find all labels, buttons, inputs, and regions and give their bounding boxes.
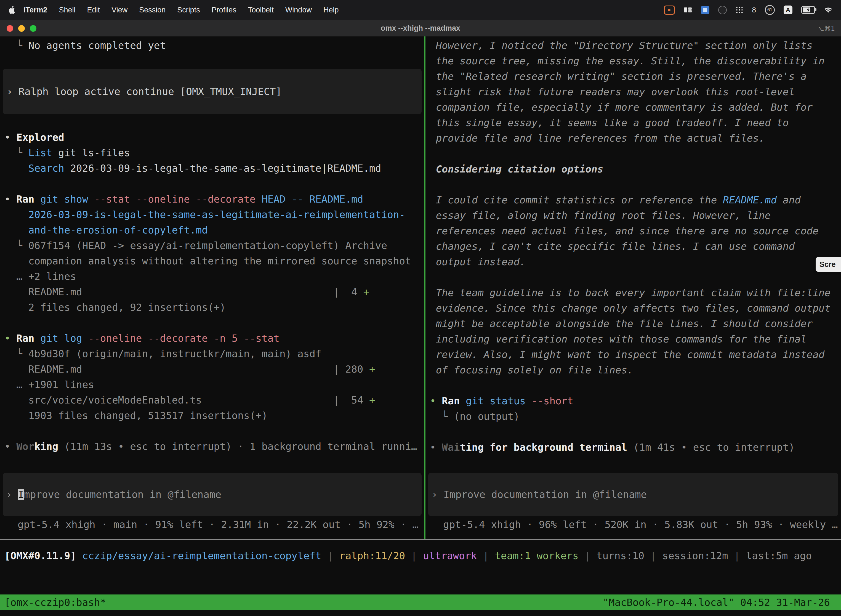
left-pane-content: └ No agents completed yet › Ralph loop a… [0,37,424,454]
terminal-line: 1903 files changed, 513517 insertions(+) [0,408,424,423]
terminal-line: might be acceptable alongside the file l… [425,316,841,331]
terminal-line [0,315,424,331]
terminal-line [425,270,841,285]
inject-banner: › Ralph loop active continue [OMX_TMUX_I… [3,69,422,114]
menu-item-help[interactable]: Help [318,6,344,14]
terminal-line: of focusing solely on file lines. [425,362,841,378]
right-lines-main: However, I noticed the "Directory Struct… [425,38,841,455]
prompt-input-right[interactable]: › Improve documentation in @filename [428,473,838,516]
terminal-line: src/voice/voiceModeEnabled.ts | 54 + [0,392,424,408]
menu-item-toolbelt[interactable]: Toolbelt [242,6,280,14]
terminal-line: README.md | 4 + [0,284,424,300]
terminal-line: • Explored [0,130,424,145]
menu-item-window[interactable]: Window [280,6,318,14]
prompt-input-left[interactable]: › Improve documentation in @filename [3,473,422,516]
terminal-line: output instead. [425,254,841,270]
window-title: omx --xhigh --madmax [0,20,841,37]
terminal-line [425,177,841,192]
gauge-value: 61 [767,7,772,12]
right-pane-content: However, I noticed the "Directory Struct… [425,37,841,455]
inject-banner-line: › Ralph loop active continue [OMX_TMUX_I… [7,84,282,99]
terminal-line: • Waiting for background terminal (1m 41… [425,440,841,455]
terminal-line: I could cite commit statistics or refere… [425,192,841,208]
wifi-icon[interactable] [824,6,833,13]
terminal-line: Considering citation options [425,161,841,177]
terminal-line [425,378,841,393]
terminal-line [425,424,841,440]
apple-menu-icon[interactable] [8,6,15,14]
prompt-input-left-line: › Improve documentation in @filename [6,487,221,502]
menu-item-view[interactable]: View [105,6,133,14]
left-lines-top: └ No agents completed yet [0,38,424,69]
terminal-line: review. Also, I might want to inspect th… [425,347,841,362]
menu-item-edit[interactable]: Edit [81,6,106,14]
terminal-line: including verification notes with those … [425,331,841,347]
terminal-line: └ 4b9d30f (origin/main, instructkr/main,… [0,346,424,362]
screen-share-button[interactable]: Scre [816,257,841,272]
terminal-area: └ No agents completed yet › Ralph loop a… [0,37,841,616]
tmux-window-label[interactable]: [omx-cczip0:bash* [4,597,106,608]
terminal-line: › Improve documentation in @filename [6,487,221,502]
terminal-line: essay file, along with finding root file… [425,208,841,223]
terminal-line: └ No agents completed yet [0,38,424,53]
window-title-bar[interactable]: omx --xhigh --madmax ⌥⌘1 [0,20,841,37]
left-pane-status: gpt-5.4 xhigh · main · 91% left · 2.31M … [18,517,424,532]
terminal-line: └ List git ls-files [0,145,424,161]
terminal-line: README.md | 280 + [0,362,424,377]
terminal-line: … +1901 lines [0,377,424,392]
terminal-line: • Ran git show --stat --oneline --decora… [0,192,424,207]
terminal-line: └ 067f154 (HEAD -> essay/ai-reimplementa… [0,238,424,253]
dots-grid-icon[interactable] [736,6,743,14]
terminal-line: the source tree, missing the essay. Stil… [425,53,841,69]
app-icon-dark[interactable] [718,6,727,14]
menu-item-session[interactable]: Session [133,6,171,14]
right-pane-status: gpt-5.4 xhigh · 96% left · 520K in · 5.8… [443,517,841,532]
window-shortcut: ⌥⌘1 [816,20,835,37]
terminal-line: › Ralph loop active continue [OMX_TMUX_I… [7,84,282,99]
prompt-input-right-line: › Improve documentation in @filename [432,487,647,502]
menu-bar: iTerm2 Shell Edit View Session Scripts P… [0,0,841,20]
terminal-line: • Ran git log --oneline --decorate -n 5 … [0,331,424,346]
left-lines-main: • Explored └ List git ls-files Search 20… [0,114,424,454]
terminal-line: └ (no output) [425,409,841,424]
terminal-line: companion analysis without altering the … [0,253,424,269]
menu-item-iterm2[interactable]: iTerm2 [18,6,53,14]
terminal-line: › Improve documentation in @filename [432,487,647,502]
battery-icon[interactable] [801,6,815,14]
terminal-line [0,176,424,192]
terminal-line: 2026-03-09-is-legal-the-same-as-legitima… [0,207,424,223]
terminal-line: provide file and line references from th… [425,131,841,146]
screen-recording-icon[interactable] [664,6,675,15]
gauge-icon[interactable]: 61 [765,5,775,15]
terminal-line: gpt-5.4 xhigh · 96% left · 520K in · 5.8… [443,517,841,532]
terminal-line: The team guideline is to back every impo… [425,285,841,301]
menu-bar-status-icons: 8 61 A [664,5,833,15]
terminal-line [0,114,424,130]
right-terminal-pane: However, I noticed the "Directory Struct… [425,37,841,539]
terminal-line: evidence. Since this change only affects… [425,301,841,316]
menu-item-shell[interactable]: Shell [53,6,81,14]
terminal-line: • Working (11m 13s • esc to interrupt) ·… [0,439,424,454]
terminal-line: companion file, especially if more comme… [425,100,841,115]
terminal-line: 2 files changed, 92 insertions(+) [0,300,424,315]
menu-item-profiles[interactable]: Profiles [206,6,242,14]
terminal-line: Search 2026-03-09-is-legal-the-same-as-l… [0,161,424,176]
menu-item-scripts[interactable]: Scripts [171,6,206,14]
stat-number[interactable]: 8 [752,6,756,14]
terminal-line: gpt-5.4 xhigh · main · 91% left · 2.31M … [18,517,424,532]
terminal-line: this single essay, it seems like a good … [425,115,841,131]
input-source-icon[interactable]: A [784,6,793,14]
tmux-panes: └ No agents completed yet › Ralph loop a… [0,37,841,540]
terminal-line: [OMX#0.11.9] cczip/essay/ai-reimplementa… [0,548,841,563]
window-grid-icon[interactable] [684,7,692,13]
terminal-line: the "Related research writing" section i… [425,69,841,84]
desktop-screen: iTerm2 Shell Edit View Session Scripts P… [0,0,841,616]
terminal-line [425,146,841,161]
tmux-host-clock: "MacBook-Pro-44.local" 04:52 31-Mar-26 [603,597,830,608]
terminal-line: … +2 lines [0,269,424,284]
terminal-line [0,423,424,439]
terminal-line: • Ran git status --short [425,393,841,409]
terminal-line: and-the-erosion-of-copyleft.md [0,223,424,238]
omx-status-line: [OMX#0.11.9] cczip/essay/ai-reimplementa… [0,548,841,563]
app-icon-blue[interactable] [701,6,709,14]
